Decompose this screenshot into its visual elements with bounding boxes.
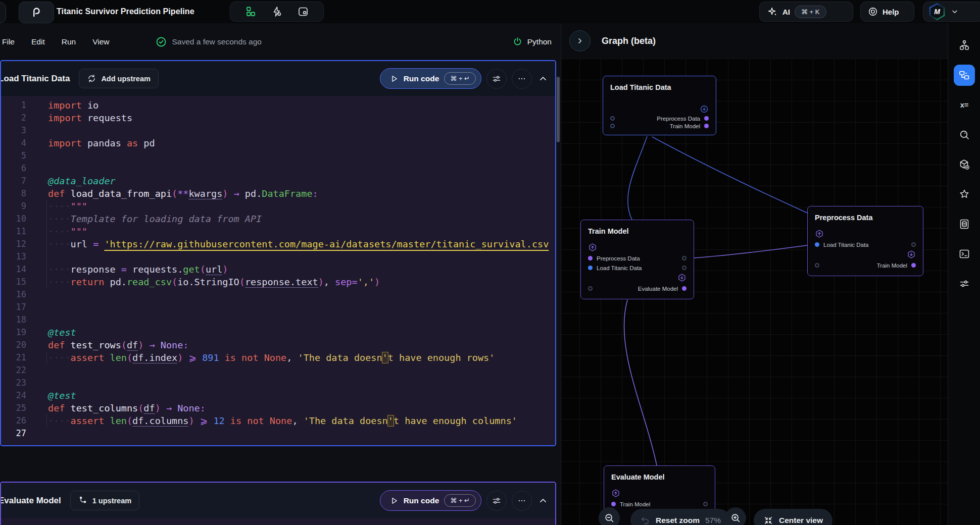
run-code-button[interactable]: Run code ⌘ + ↵ [380,68,481,89]
code-editor[interactable] [1,518,555,525]
kernel-selector[interactable]: Python [512,36,552,47]
right-sidebar: x= [948,23,980,525]
output-port[interactable] [703,502,708,506]
more-options-button[interactable] [512,69,532,89]
zoom-in-button[interactable] [725,507,746,525]
downstream-icon [700,104,709,114]
help-button[interactable]: Help [860,2,914,22]
indent-guide [46,200,47,288]
code-line: 7@data_loader [1,175,555,187]
blocks-icon[interactable] [244,6,257,18]
reset-zoom-button[interactable]: Reset zoom 57% [630,509,730,525]
output-port[interactable] [911,242,916,247]
center-view-icon [763,515,773,525]
menu-file[interactable]: File [2,37,15,46]
menu-run[interactable]: Run [62,37,76,46]
pipeline-title: Titanic Survivor Prediction Pipeline [57,0,194,23]
play-icon [389,74,399,83]
code-line: 27 [1,427,555,440]
graph-title: Graph (beta) [602,36,656,46]
code-line: 16 [1,288,555,301]
pipeline-logo-tab[interactable] [19,2,54,23]
ai-sparkle-icon [767,6,778,17]
code-editor[interactable]: 1import io2import requests34import panda… [1,96,555,445]
upstream-row[interactable]: Train Model [611,499,708,509]
collapse-block-button[interactable] [538,74,548,84]
sidebar-power-ups-star-icon[interactable] [954,184,975,205]
code-line: 8def load_data_from_api(**kwargs) → pd.D… [1,187,555,200]
partial-tab[interactable] [0,2,6,23]
code-line: 5 [1,149,555,162]
output-port[interactable] [682,266,687,270]
block-settings-button[interactable] [486,491,507,511]
reset-zoom-label: Reset zoom [656,516,700,525]
sidebar-settings-sliders-icon[interactable] [954,273,975,294]
run-shortcut-badge: ⌘ + ↵ [444,72,476,85]
graph-node-preprocess-data[interactable]: Preprocess DataLoad Titanic DataTrain Mo… [807,206,923,276]
sidebar-blocks-graph-icon[interactable] [954,65,975,86]
pipeline-actions-group [230,2,324,22]
editor-scrollbar[interactable] [557,77,560,142]
code-line: 23 [1,377,555,389]
menu-view[interactable]: View [92,37,109,46]
zoom-out-button[interactable] [599,507,620,525]
ai-command-button[interactable]: AI ⌘ + K [759,2,853,22]
zoom-level: 57% [705,516,721,525]
downstream-row[interactable]: Train Model [815,260,916,270]
downstream-row[interactable]: Preprocess Data [610,115,709,122]
code-line: 22 [1,364,555,377]
graph-node-load-titanic-data[interactable]: Load Titanic DataPreprocess DataTrain Mo… [603,76,716,135]
upstream-row[interactable]: Load Titanic Data [588,263,687,273]
input-port[interactable] [610,124,615,128]
undo-icon [640,515,650,525]
input-port[interactable] [815,263,819,268]
collapse-block-button[interactable] [538,496,548,506]
more-options-button[interactable] [512,491,532,511]
top-bar: Titanic Survivor Prediction Pipeline AI … [0,0,980,23]
code-line: 20def test_rows(df) → None: [1,339,555,351]
code-line: 3 [1,124,555,137]
sidebar-variables-icon[interactable]: x= [954,94,975,116]
sidebar-data-catalog-icon[interactable] [954,214,975,235]
downstream-icon [907,250,916,259]
save-status: Saved a few seconds ago [155,36,262,48]
menu-edit[interactable]: Edit [31,37,45,46]
code-line: 11····""" [1,225,555,238]
downstream-row[interactable]: Evaluate Model [588,284,687,293]
node-title: Train Model [588,227,687,235]
block-settings-button[interactable] [486,69,507,89]
input-port[interactable] [588,286,593,291]
account-menu[interactable]: M [923,2,980,22]
trigger-lightning-icon[interactable] [271,6,283,18]
sidebar-extensions-cube-icon[interactable] [954,154,975,175]
code-line: 6 [1,162,555,175]
downstream-label: Preprocess Data [657,116,700,122]
upstream-row[interactable]: Load Titanic Data [815,240,916,249]
center-view-button[interactable]: Center view [754,509,832,525]
sidebar-terminal-icon[interactable] [954,243,975,265]
graph-node-train-model[interactable]: Train ModelPreprocess DataLoad Titanic D… [580,220,694,299]
ai-shortcut-badge: ⌘ + K [795,6,826,18]
block-title: Evaluate Model [0,496,61,506]
run-code-button[interactable]: Run code ⌘ + ↵ [380,490,481,511]
block-color-dot [911,263,916,268]
block-color-dot [682,286,687,291]
graph-edge-train-model-to-preprocess-data [694,245,807,258]
scheduler-icon[interactable] [297,6,309,18]
add-upstream-button[interactable]: Add upstream [79,69,159,88]
help-label: Help [883,8,899,16]
upstream-count-button[interactable]: 1 upstream [70,491,139,510]
downstream-row[interactable]: Train Model [610,122,709,130]
upstream-row[interactable]: Preprocess Data [588,253,687,263]
collapse-panel-button[interactable] [569,30,591,51]
code-line: 24@test [1,389,555,402]
code-block-evaluate-model: Evaluate Model 1 upstream Run code ⌘ + ↵ [0,482,556,525]
graph-canvas[interactable]: Load Titanic DataPreprocess DataTrain Mo… [561,23,948,525]
input-port[interactable] [610,116,615,121]
output-port[interactable] [682,256,687,260]
code-line: 2import requests [1,112,555,124]
sidebar-dependency-tree-icon[interactable] [954,35,975,56]
power-icon [512,36,523,47]
sidebar-search-icon[interactable] [954,124,975,145]
branch-icon [78,496,88,505]
